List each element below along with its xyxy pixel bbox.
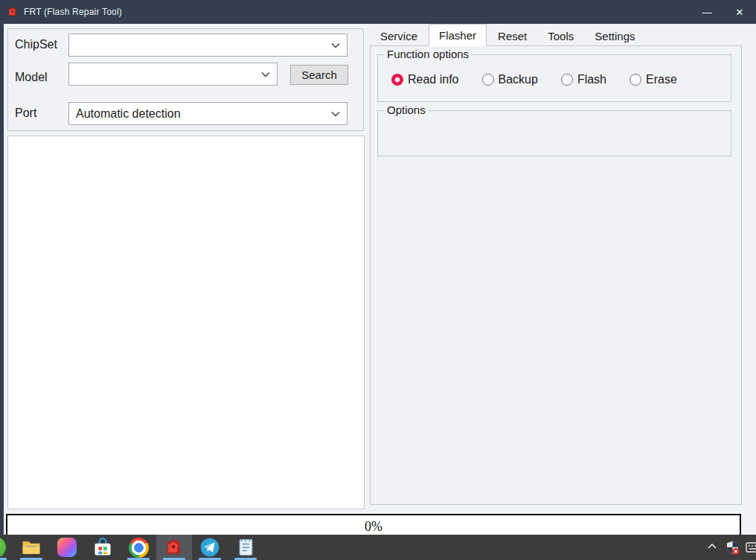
radio-label: Erase bbox=[646, 73, 677, 86]
tab-reset[interactable]: Reset bbox=[488, 26, 536, 46]
frt-icon bbox=[164, 537, 185, 558]
chevron-up-icon[interactable] bbox=[707, 541, 717, 555]
search-button[interactable]: Search bbox=[290, 65, 348, 85]
model-combobox[interactable] bbox=[68, 63, 278, 86]
touch-keyboard-icon[interactable] bbox=[746, 541, 756, 557]
chipset-combobox[interactable] bbox=[68, 34, 347, 57]
port-combobox[interactable]: Automatic detection bbox=[68, 102, 347, 125]
radio-unselected-icon[interactable] bbox=[482, 74, 494, 86]
tab-bar: ServiceFlasherResetToolsSettings bbox=[371, 25, 646, 46]
port-value: Automatic detection bbox=[76, 107, 181, 121]
chrome-icon bbox=[128, 537, 149, 558]
function-options-group: Function options Read infoBackupFlashEra… bbox=[377, 54, 731, 102]
chevron-down-icon bbox=[261, 71, 270, 77]
taskbar-item-green-app[interactable] bbox=[0, 535, 13, 560]
tab-flasher[interactable]: Flasher bbox=[429, 24, 487, 46]
radio-selected-icon[interactable] bbox=[391, 74, 403, 86]
radio-option-erase[interactable]: Erase bbox=[630, 73, 677, 86]
progress-percent: 0% bbox=[365, 519, 382, 535]
log-output-area[interactable] bbox=[7, 136, 365, 509]
radio-label: Flash bbox=[577, 73, 606, 86]
defender-alert-icon[interactable] bbox=[725, 540, 740, 559]
copilot-icon bbox=[57, 537, 77, 558]
telegram-icon bbox=[199, 537, 220, 558]
options-legend: Options bbox=[384, 104, 429, 116]
radio-label: Backup bbox=[499, 73, 538, 86]
options-group: Options bbox=[377, 110, 731, 156]
port-label: Port bbox=[15, 106, 36, 120]
taskbar-item-notepad[interactable] bbox=[228, 535, 263, 560]
taskbar-item-chrome[interactable] bbox=[121, 535, 156, 560]
taskbar-item-microsoft-store[interactable] bbox=[85, 535, 121, 560]
chevron-down-icon bbox=[331, 42, 340, 48]
microsoft-store-icon bbox=[92, 537, 113, 558]
radio-option-flash[interactable]: Flash bbox=[561, 73, 606, 86]
screen: FRT (Flash Repair Tool) — ✕ ChipSet Mode… bbox=[0, 0, 756, 560]
chipset-label: ChipSet bbox=[15, 38, 57, 51]
function-options-row: Read infoBackupFlashErase bbox=[391, 73, 677, 86]
title-bar: FRT (Flash Repair Tool) — ✕ bbox=[0, 0, 756, 24]
radio-option-read-info[interactable]: Read info bbox=[391, 73, 459, 86]
radio-unselected-icon[interactable] bbox=[630, 74, 641, 86]
taskbar-item-copilot[interactable] bbox=[49, 535, 85, 560]
close-button[interactable]: ✕ bbox=[723, 0, 756, 24]
taskbar bbox=[0, 535, 756, 560]
taskbar-items bbox=[0, 535, 263, 560]
green-app-icon bbox=[0, 537, 6, 558]
window-title: FRT (Flash Repair Tool) bbox=[24, 7, 122, 17]
tab-service[interactable]: Service bbox=[371, 26, 427, 46]
model-label: Model bbox=[15, 71, 48, 84]
taskbar-item-file-explorer[interactable] bbox=[13, 535, 49, 560]
taskbar-item-frt[interactable] bbox=[156, 535, 192, 560]
notepad-icon bbox=[235, 537, 256, 558]
radio-label: Read info bbox=[408, 73, 459, 86]
tab-settings[interactable]: Settings bbox=[585, 26, 644, 46]
function-options-legend: Function options bbox=[384, 48, 472, 60]
file-explorer-icon bbox=[21, 537, 42, 558]
tab-tools[interactable]: Tools bbox=[538, 26, 583, 46]
taskbar-item-telegram[interactable] bbox=[192, 535, 228, 560]
radio-unselected-icon[interactable] bbox=[561, 74, 573, 86]
radio-option-backup[interactable]: Backup bbox=[482, 73, 538, 86]
frt-logo-icon bbox=[7, 6, 19, 18]
window-left-border bbox=[0, 24, 4, 535]
minimize-button[interactable]: — bbox=[691, 0, 723, 24]
chevron-down-icon bbox=[331, 111, 340, 117]
